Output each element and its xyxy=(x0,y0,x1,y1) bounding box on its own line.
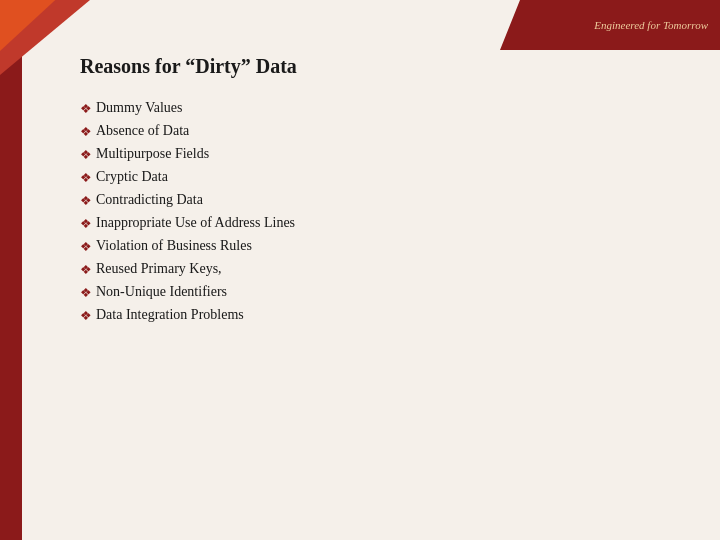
bullet-diamond-icon: ❖ xyxy=(80,101,92,117)
bullet-diamond-icon: ❖ xyxy=(80,193,92,209)
engineered-label: Engineered for Tomorrow xyxy=(500,0,720,50)
list-item: ❖Data Integration Problems xyxy=(80,307,690,324)
list-item: ❖Violation of Business Rules xyxy=(80,238,690,255)
bottom-left-decor xyxy=(0,480,22,540)
bullet-text: Absence of Data xyxy=(96,123,189,139)
bullet-diamond-icon: ❖ xyxy=(80,124,92,140)
bullet-diamond-icon: ❖ xyxy=(80,285,92,301)
list-item: ❖Cryptic Data xyxy=(80,169,690,186)
bullet-text: Reused Primary Keys, xyxy=(96,261,222,277)
list-item: ❖Inappropriate Use of Address Lines xyxy=(80,215,690,232)
list-item: ❖Non-Unique Identifiers xyxy=(80,284,690,301)
bullet-diamond-icon: ❖ xyxy=(80,262,92,278)
bullet-diamond-icon: ❖ xyxy=(80,216,92,232)
bullet-text: Inappropriate Use of Address Lines xyxy=(96,215,295,231)
bullet-text: Data Integration Problems xyxy=(96,307,244,323)
slide-content: Reasons for “Dirty” Data ❖Dummy Values❖A… xyxy=(80,55,690,510)
list-item: ❖Reused Primary Keys, xyxy=(80,261,690,278)
bullet-diamond-icon: ❖ xyxy=(80,170,92,186)
bullet-text: Cryptic Data xyxy=(96,169,168,185)
bullet-diamond-icon: ❖ xyxy=(80,239,92,255)
bullet-text: Dummy Values xyxy=(96,100,182,116)
bullet-text: Non-Unique Identifiers xyxy=(96,284,227,300)
list-item: ❖Absence of Data xyxy=(80,123,690,140)
bullet-diamond-icon: ❖ xyxy=(80,308,92,324)
bullet-text: Contradicting Data xyxy=(96,192,203,208)
list-item: ❖Multipurpose Fields xyxy=(80,146,690,163)
list-item: ❖Contradicting Data xyxy=(80,192,690,209)
bullet-list: ❖Dummy Values❖Absence of Data❖Multipurpo… xyxy=(80,100,690,324)
slide: Engineered for Tomorrow Reasons for “Dir… xyxy=(0,0,720,540)
slide-title: Reasons for “Dirty” Data xyxy=(80,55,690,78)
bullet-text: Multipurpose Fields xyxy=(96,146,209,162)
bullet-diamond-icon: ❖ xyxy=(80,147,92,163)
list-item: ❖Dummy Values xyxy=(80,100,690,117)
bullet-text: Violation of Business Rules xyxy=(96,238,252,254)
left-bar xyxy=(0,0,22,540)
